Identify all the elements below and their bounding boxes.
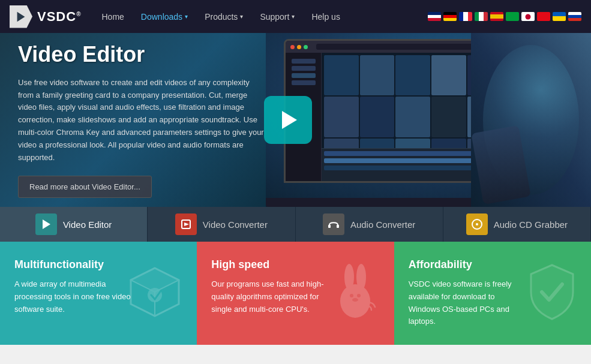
play-triangle-icon: [276, 108, 300, 132]
rabbit-icon: [328, 262, 382, 324]
video-converter-icon: [175, 213, 197, 235]
nav-link-products[interactable]: Products▾: [196, 0, 251, 33]
headphone-icon: [327, 218, 340, 231]
video-editor-icon: [35, 213, 57, 235]
tab-video-editor-label: Video Editor: [63, 219, 112, 230]
convert-icon: [179, 218, 193, 231]
play-icon-overlay[interactable]: [264, 96, 312, 144]
audio-converter-icon: [323, 213, 344, 235]
flag-ua[interactable]: [553, 12, 566, 21]
language-flags: [428, 12, 581, 21]
flag-de[interactable]: [443, 12, 457, 21]
nav-item-helpus[interactable]: Help us: [303, 0, 348, 33]
hero-section: Video Editor Use free video software to …: [0, 33, 591, 207]
flag-br[interactable]: [506, 12, 519, 21]
chevron-down-icon: ▾: [292, 13, 295, 20]
cd-icon: [470, 218, 484, 231]
chevron-down-icon: ▾: [185, 13, 188, 20]
flag-it[interactable]: [475, 12, 488, 21]
flag-ru[interactable]: [568, 12, 581, 21]
hero-content: Video Editor Use free video software to …: [0, 33, 284, 207]
tab-audio-cd-grabber[interactable]: Audio CD Grabber: [443, 207, 591, 242]
flag-fr[interactable]: [459, 12, 472, 21]
svg-point-19: [352, 298, 358, 302]
svg-point-18: [357, 294, 361, 297]
logo-text: VSDC®: [37, 9, 82, 25]
flag-es[interactable]: [490, 12, 503, 21]
flag-jp[interactable]: [521, 12, 535, 21]
tab-audio-converter[interactable]: Audio Converter: [296, 207, 443, 242]
nav-link-helpus[interactable]: Help us: [303, 0, 348, 33]
svg-point-8: [476, 223, 478, 225]
tab-audio-converter-label: Audio Converter: [350, 219, 415, 230]
main-nav: VSDC® Home Downloads▾ Products▾ Support▾…: [0, 0, 591, 33]
tab-video-converter[interactable]: Video Converter: [148, 207, 295, 242]
play-icon: [40, 218, 53, 231]
audio-cd-grabber-icon: [466, 213, 488, 235]
flag-tr[interactable]: [537, 12, 550, 21]
shield-check-icon: [525, 262, 579, 324]
svg-point-14: [344, 264, 354, 290]
nav-link-support[interactable]: Support▾: [251, 0, 303, 33]
feature-affordability: Affordability VSDC video software is fre…: [394, 242, 591, 345]
cube-icon: [125, 262, 185, 324]
nav-link-home[interactable]: Home: [94, 0, 133, 33]
svg-point-17: [350, 294, 353, 297]
hero-background: [266, 33, 591, 207]
svg-marker-2: [43, 219, 50, 229]
svg-marker-0: [17, 11, 25, 22]
nav-item-products[interactable]: Products▾: [196, 0, 251, 33]
nav-item-home[interactable]: Home: [94, 0, 133, 33]
feature-high-speed: High speed Our programs use fast and hig…: [197, 242, 394, 345]
flag-uk[interactable]: [428, 12, 441, 21]
feature-multifunctionality-description: A wide array of multimedia processing to…: [14, 278, 134, 315]
hero-title: Video Editor: [18, 42, 266, 67]
nav-list: Home Downloads▾ Products▾ Support▾ Help …: [94, 0, 428, 33]
logo[interactable]: VSDC®: [10, 5, 82, 28]
nav-link-downloads[interactable]: Downloads▾: [133, 0, 196, 33]
read-more-button[interactable]: Read more about Video Editor...: [18, 176, 152, 198]
feature-multifunctionality: Multifunctionality A wide array of multi…: [0, 242, 197, 345]
svg-marker-4: [184, 222, 189, 226]
svg-rect-5: [328, 225, 331, 228]
features-section: Multifunctionality A wide array of multi…: [0, 242, 591, 345]
svg-marker-1: [282, 111, 297, 129]
nav-item-support[interactable]: Support▾: [251, 0, 303, 33]
nav-item-downloads[interactable]: Downloads▾: [133, 0, 196, 33]
tab-audio-cd-grabber-label: Audio CD Grabber: [494, 219, 568, 230]
logo-icon: [10, 5, 32, 28]
tab-video-editor[interactable]: Video Editor: [0, 207, 148, 242]
svg-point-15: [356, 264, 366, 290]
chevron-down-icon: ▾: [240, 13, 243, 20]
tab-video-converter-label: Video Converter: [203, 219, 268, 230]
hero-description: Use free video software to create and ed…: [18, 77, 266, 164]
product-tabs: Video Editor Video Converter Audio Conve…: [0, 207, 591, 242]
feature-high-speed-description: Our programs use fast and high-quality a…: [211, 278, 331, 315]
svg-rect-6: [337, 225, 339, 228]
snowboarder-image: [471, 33, 591, 207]
feature-affordability-description: VSDC video software is freely available …: [409, 278, 529, 328]
